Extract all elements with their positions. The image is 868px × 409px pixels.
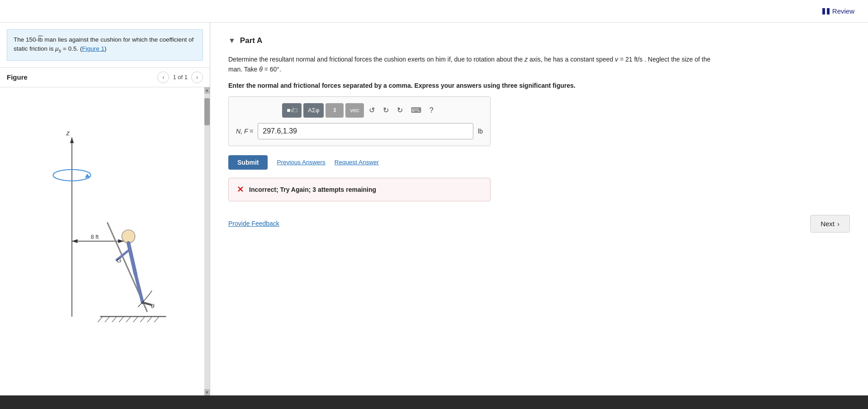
error-box: ✕ Incorrect; Try Again; 3 attempts remai…	[228, 178, 491, 201]
answer-box: ■√□ AΣφ ⇕ vec ↺ ↻ ↻ ⌨ ? N, F = 297.6,1.3…	[228, 96, 491, 146]
svg-line-24	[140, 317, 145, 323]
toolbar-symbols-btn[interactable]: AΣφ	[303, 103, 324, 118]
next-button[interactable]: Next ›	[810, 215, 850, 233]
toolbar-undo-btn[interactable]: ↺	[366, 103, 378, 118]
svg-marker-7	[72, 239, 77, 243]
svg-line-18	[98, 317, 102, 323]
request-answer-link[interactable]: Request Answer	[335, 159, 379, 166]
review-icon	[822, 8, 830, 14]
toolbar-arrow-btn[interactable]: ⇕	[326, 103, 344, 118]
scrollbar[interactable]: ▲ ▼	[204, 87, 210, 395]
figure-header: Figure ‹ 1 of 1 ›	[0, 67, 210, 87]
instruction-text: Enter the normal and frictional forces s…	[228, 82, 850, 89]
scroll-thumb[interactable]	[204, 98, 210, 125]
part-toggle[interactable]: ▼	[228, 37, 236, 45]
toolbar-help-btn[interactable]: ?	[426, 103, 437, 118]
description-text: The 150-lb man lies against the cushion …	[14, 36, 193, 52]
figure-area: z 8 ft	[0, 87, 210, 395]
scroll-up-arrow[interactable]: ▲	[204, 87, 210, 94]
svg-line-26	[154, 317, 159, 323]
svg-text:z: z	[66, 129, 70, 137]
svg-line-20	[112, 317, 117, 323]
bottom-row: Provide Feedback Next ›	[228, 215, 850, 233]
next-label: Next	[821, 220, 835, 228]
svg-line-19	[105, 317, 109, 323]
svg-point-10	[122, 230, 135, 243]
svg-text:G: G	[117, 257, 122, 264]
previous-answers-link[interactable]: Previous Answers	[277, 159, 325, 166]
figure-next-button[interactable]: ›	[191, 71, 203, 83]
left-panel: The 150-lb man lies against the cushion …	[0, 23, 210, 395]
provide-feedback-button[interactable]: Provide Feedback	[228, 220, 279, 227]
problem-text: Determine the resultant normal and frict…	[228, 54, 726, 75]
error-icon: ✕	[237, 185, 244, 195]
next-chevron-icon: ›	[837, 220, 840, 228]
bottom-bar	[0, 395, 868, 409]
figure1-link[interactable]: Figure 1	[82, 45, 104, 52]
svg-line-25	[147, 317, 152, 323]
svg-line-21	[119, 317, 123, 323]
svg-line-22	[126, 317, 131, 323]
svg-marker-2	[70, 138, 74, 143]
svg-line-11	[128, 243, 136, 275]
figure-prev-button[interactable]: ‹	[157, 71, 169, 83]
figure-label: Figure	[7, 73, 28, 81]
part-title: Part A	[240, 36, 262, 45]
toolbar-matrix-btn[interactable]: ■√□	[282, 103, 302, 118]
toolbar: ■√□ AΣφ ⇕ vec ↺ ↻ ↻ ⌨ ?	[236, 103, 483, 118]
toolbar-redo-btn[interactable]: ↻	[380, 103, 392, 118]
scroll-down-arrow[interactable]: ▼	[204, 389, 210, 395]
svg-text:θ: θ	[151, 303, 155, 309]
right-panel: ▼ Part A Determine the resultant normal …	[210, 23, 868, 395]
input-unit: lb	[478, 128, 483, 135]
toolbar-keyboard-btn[interactable]: ⌨	[408, 103, 425, 118]
submit-button[interactable]: Submit	[228, 155, 268, 170]
review-link[interactable]: Review	[822, 7, 854, 15]
top-bar: Review	[0, 0, 868, 23]
main-layout: The 150-lb man lies against the cushion …	[0, 23, 868, 395]
submit-row: Submit Previous Answers Request Answer	[228, 155, 850, 170]
part-header: ▼ Part A	[228, 36, 850, 45]
figure-svg: z 8 ft	[19, 128, 191, 354]
toolbar-refresh-btn[interactable]: ↻	[394, 103, 406, 118]
svg-line-23	[133, 317, 138, 323]
figure-nav: ‹ 1 of 1 ›	[157, 71, 203, 83]
input-label: N, F =	[236, 128, 253, 135]
problem-description: The 150-lb man lies against the cushion …	[7, 29, 203, 61]
error-text: Incorrect; Try Again; 3 attempts remaini…	[249, 186, 376, 193]
svg-text:8 ft: 8 ft	[91, 234, 99, 240]
answer-input[interactable]: 297.6,1.39	[258, 123, 473, 139]
figure-count: 1 of 1	[173, 74, 188, 81]
toolbar-vec-btn[interactable]: vec	[345, 103, 363, 118]
input-row: N, F = 297.6,1.39 lb	[236, 123, 483, 139]
review-label: Review	[832, 7, 854, 15]
